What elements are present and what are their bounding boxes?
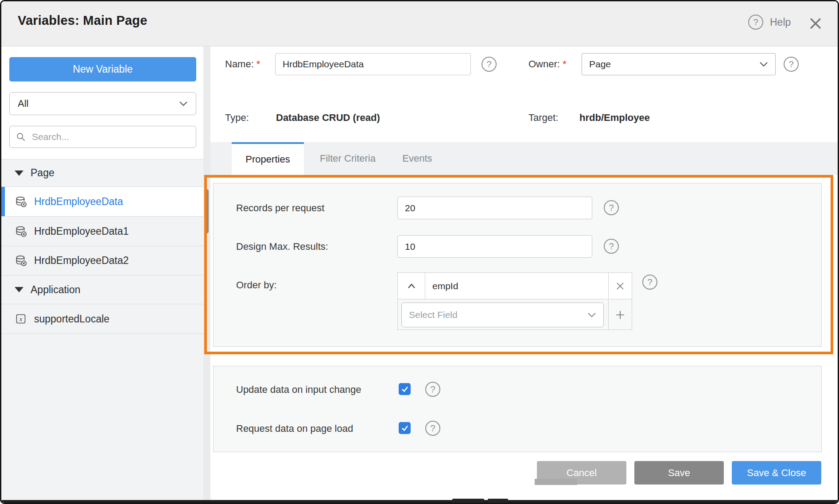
svg-text:x: x	[19, 316, 23, 322]
sidebar-scrollbar[interactable]	[205, 189, 209, 233]
owner-help-icon[interactable]	[784, 57, 799, 72]
help-question-icon[interactable]	[748, 15, 763, 30]
tab-properties[interactable]: Properties	[232, 142, 304, 175]
chevron-down-icon	[759, 62, 768, 67]
add-icon	[615, 310, 625, 320]
variable-item-label: HrdbEmployeeData	[34, 196, 123, 208]
design-max-results-field[interactable]	[397, 235, 592, 258]
new-variable-button[interactable]: New Variable	[9, 57, 196, 81]
order-by-widget: empId Select Field	[397, 272, 632, 330]
order-by-field-value[interactable]: empId	[425, 273, 608, 299]
request-data-help-icon[interactable]	[425, 421, 440, 436]
variable-list: Page HrdbEmployeeData	[1, 159, 203, 503]
order-by-label: Order by:	[236, 279, 277, 291]
variables-sidebar: New Variable All Page	[1, 47, 203, 503]
target-label: Target:	[528, 112, 558, 124]
request-data-on-page-load-label: Request data on page load	[236, 423, 353, 434]
database-icon	[15, 255, 27, 267]
required-marker: *	[256, 58, 260, 70]
records-per-request-field[interactable]	[397, 197, 592, 219]
design-max-results-help-icon[interactable]	[604, 239, 619, 254]
sidebar-section-application[interactable]: Application	[1, 275, 203, 304]
name-help-icon[interactable]	[482, 57, 497, 72]
variable-search[interactable]	[9, 126, 196, 148]
variable-icon: x	[15, 313, 27, 325]
add-sort-field-row: Select Field	[398, 300, 632, 330]
help-link[interactable]: Help	[770, 16, 791, 28]
chevron-down-icon	[179, 101, 188, 106]
collapse-triangle-icon	[15, 171, 23, 176]
owner-label: Owner:*	[528, 58, 566, 70]
check-icon	[401, 424, 409, 432]
tab-bar: Properties Filter Criteria Events	[210, 142, 838, 175]
select-field-dropdown[interactable]: Select Field	[401, 302, 604, 327]
required-marker: *	[563, 58, 567, 70]
select-field-placeholder: Select Field	[409, 310, 458, 320]
search-input[interactable]	[31, 131, 190, 143]
data-options-panel	[213, 366, 822, 452]
database-icon	[15, 196, 27, 208]
background-page-fragment	[535, 479, 577, 485]
variables-dialog: Variables: Main Page Help New Variable A…	[0, 0, 839, 504]
sort-direction-toggle[interactable]	[398, 273, 425, 299]
records-per-request-label: Records per request	[236, 202, 324, 214]
collapse-triangle-icon	[15, 287, 23, 292]
section-label: Application	[31, 284, 81, 296]
chevron-down-icon	[587, 312, 596, 318]
remove-icon	[616, 282, 625, 291]
target-value: hrdb/Employee	[579, 112, 650, 124]
section-label: Page	[31, 167, 54, 179]
request-data-checkbox[interactable]	[399, 422, 411, 434]
check-icon	[401, 385, 409, 393]
select-field-wrap: Select Field	[398, 300, 608, 330]
background-text-fragment	[488, 499, 508, 504]
name-label: Name:*	[225, 58, 260, 70]
type-value: Database CRUD (read)	[276, 112, 380, 124]
tab-events[interactable]: Events	[393, 142, 442, 175]
name-field[interactable]	[275, 53, 471, 75]
dialog-title: Variables: Main Page	[18, 13, 148, 28]
close-icon[interactable]	[807, 15, 824, 32]
variable-item-label: HrdbEmployeeData1	[34, 225, 129, 237]
design-max-results-label: Design Max. Results:	[236, 241, 328, 252]
order-by-row: empId	[398, 273, 632, 299]
type-label: Type:	[225, 112, 249, 124]
save-and-close-button[interactable]: Save & Close	[732, 461, 821, 485]
add-sort-field-button[interactable]	[608, 300, 632, 330]
save-button[interactable]: Save	[634, 461, 724, 485]
remove-sort-field-button[interactable]	[608, 273, 632, 299]
sidebar-item-hrdbemployeedata2[interactable]: HrdbEmployeeData2	[1, 246, 203, 275]
tab-filter-criteria[interactable]: Filter Criteria	[311, 142, 384, 175]
update-data-help-icon[interactable]	[425, 382, 440, 397]
caret-up-icon	[407, 283, 416, 289]
variable-filter-value: All	[18, 98, 28, 109]
order-by-help-icon[interactable]	[642, 275, 657, 290]
variable-filter-dropdown[interactable]: All	[9, 92, 196, 115]
background-page-strip	[1, 500, 838, 504]
database-icon	[15, 225, 27, 237]
update-data-on-input-change-label: Update data on input change	[236, 384, 361, 395]
sidebar-main-divider	[203, 47, 210, 503]
records-per-request-help-icon[interactable]	[604, 200, 619, 215]
background-text-fragment	[452, 499, 484, 504]
sidebar-item-hrdbemployeedata1[interactable]: HrdbEmployeeData1	[1, 217, 203, 246]
dialog-header: Variables: Main Page Help	[1, 1, 838, 47]
owner-value: Page	[589, 59, 611, 70]
update-data-checkbox[interactable]	[399, 383, 411, 395]
sidebar-item-supportedlocale[interactable]: x supportedLocale	[1, 304, 203, 334]
sidebar-section-page[interactable]: Page	[1, 159, 203, 187]
owner-dropdown[interactable]: Page	[582, 53, 776, 75]
variable-item-label: supportedLocale	[34, 313, 109, 325]
variable-item-label: HrdbEmployeeData2	[34, 255, 129, 267]
sidebar-item-hrdbemployeedata[interactable]: HrdbEmployeeData	[1, 187, 203, 217]
search-icon	[16, 132, 26, 142]
